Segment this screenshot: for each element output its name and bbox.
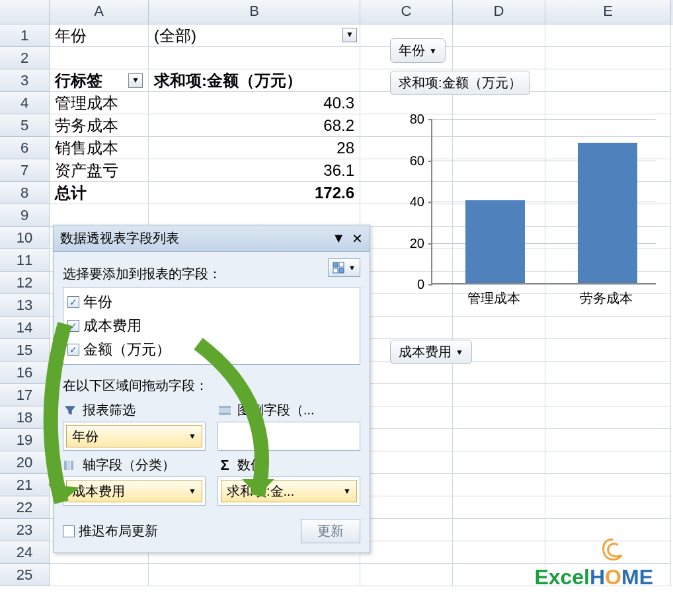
col-header-a[interactable]: A [50,0,149,24]
row-header-15[interactable]: 15 [0,339,50,362]
chart-category-chip[interactable]: 成本费用 ▼ [390,340,472,364]
layout-options-button[interactable]: ▼ [328,258,360,277]
svg-rect-5 [219,409,231,412]
row-header-21[interactable]: 21 [0,474,50,496]
col-header-e[interactable]: E [545,0,671,24]
cell-a2[interactable] [50,47,149,69]
row-header-25[interactable]: 25 [0,564,50,586]
panel-close-icon[interactable]: ✕ [352,231,363,247]
svg-rect-6 [219,412,231,415]
row-header-22[interactable]: 22 [0,496,50,519]
values-drop-zone[interactable]: 求和项:金... ▼ [218,477,360,506]
svg-rect-3 [339,268,344,273]
cell-a3[interactable]: 行标签 ▼ [50,69,149,92]
checkbox-checked-icon[interactable]: ✓ [67,296,79,308]
row-header-20[interactable]: 20 [0,451,50,474]
cell-a6[interactable]: 销售成本 [50,137,149,159]
caret-down-icon: ▼ [343,486,351,496]
bar[interactable] [578,143,637,284]
row-header-18[interactable]: 18 [0,406,50,429]
svg-rect-4 [219,406,231,408]
cell-b6[interactable]: 28 [149,137,360,159]
cell-b4[interactable]: 40.3 [149,92,360,114]
row-header-5[interactable]: 5 [0,114,50,137]
row-header-14[interactable]: 14 [0,317,50,339]
filter-field-pill[interactable]: 年份 ▼ [66,425,202,447]
caret-down-icon: ▼ [188,486,196,496]
chart-value-chip[interactable]: 求和项:金额（万元） [390,71,530,95]
row-header-19[interactable]: 19 [0,429,50,451]
col-header-c[interactable]: C [360,0,453,24]
svg-rect-2 [333,268,338,273]
row-header-8[interactable]: 8 [0,182,50,204]
row-header-17[interactable]: 17 [0,384,50,406]
field-item-year[interactable]: ✓ 年份 [67,290,356,314]
row-header-6[interactable]: 6 [0,137,50,159]
row-header-24[interactable]: 24 [0,541,50,564]
chart-filter-chip-year[interactable]: 年份 ▼ [390,38,446,63]
cell-b1[interactable]: (全部) ▼ [149,24,360,47]
filter-drop-zone[interactable]: 年份 ▼ [63,422,206,451]
bar-label: 劳务成本 [567,289,646,307]
row-header-23[interactable]: 23 [0,519,50,541]
field-list: ✓ 年份 ✓ 成本费用 ✓ 金额（万元） [63,287,360,365]
col-header-b[interactable]: B [149,0,360,24]
cell-a8[interactable]: 总计 [50,182,149,204]
select-fields-label: 选择要添加到报表的字段： [63,265,360,283]
row-header-1[interactable]: 1 [0,24,50,47]
col-header-d[interactable]: D [453,0,545,24]
row-labels-dropdown-icon[interactable]: ▼ [128,73,143,88]
panel-title-bar[interactable]: 数据透视表字段列表 ▼ ✕ [54,225,370,252]
row-header-7[interactable]: 7 [0,159,50,182]
field-item-amount[interactable]: ✓ 金额（万元） [67,338,356,362]
svg-rect-1 [339,262,344,267]
cell-a5[interactable]: 劳务成本 [50,114,149,137]
row-header-2[interactable]: 2 [0,47,50,69]
filter-value: (全部) [154,26,196,44]
row-header-11[interactable]: 11 [0,249,50,272]
cell-b2[interactable] [149,47,360,69]
excelhome-logo: ExcelHOME [534,565,653,590]
row-header-4[interactable]: 4 [0,92,50,114]
row-header-10[interactable]: 10 [0,227,50,249]
field-name: 成本费用 [83,316,141,336]
select-all-corner[interactable] [0,0,50,24]
caret-down-icon: ▼ [455,348,463,357]
field-item-cost[interactable]: ✓ 成本费用 [67,314,356,338]
axis-zone-label: 轴字段（分类） [63,456,206,474]
row-header-16[interactable]: 16 [0,362,50,384]
field-name: 年份 [83,292,112,312]
layout-icon [333,262,346,274]
values-field-pill[interactable]: 求和项:金... ▼ [221,480,357,502]
legend-zone-label: 图例字段（... [218,401,360,419]
legend-drop-zone[interactable] [218,422,360,451]
filter-dropdown-icon[interactable]: ▼ [342,28,357,42]
checkbox-unchecked-icon[interactable] [63,525,75,537]
cell-b3[interactable]: 求和项:金额（万元） [149,69,360,92]
y-axis: 020406080 [390,119,430,284]
row-header-13[interactable]: 13 [0,294,50,317]
row-labels-header: 行标签 [55,71,102,91]
checkbox-checked-icon[interactable]: ✓ [67,344,79,356]
row-header-9[interactable]: 9 [0,204,50,227]
cell-b8[interactable]: 172.6 [149,182,360,204]
checkbox-checked-icon[interactable]: ✓ [67,320,79,332]
panel-menu-icon[interactable]: ▼ [332,231,345,247]
row-header-12[interactable]: 12 [0,272,50,294]
axis-field-pill[interactable]: 成本费用 ▼ [66,480,202,502]
bar[interactable] [465,200,525,283]
plot-region [431,119,656,284]
pivot-chart[interactable]: 年份 ▼ 求和项:金额（万元） 020406080 管理成本劳务成本 成本费用 … [390,34,668,404]
defer-layout-checkbox[interactable]: 推迟布局更新 [63,520,158,542]
y-tick-label: 40 [410,194,424,210]
cell-a1[interactable]: 年份 [50,24,149,47]
cell-a7[interactable]: 资产盘亏 [50,159,149,182]
values-zone-label: Σ 数值 [218,456,360,474]
row-header-3[interactable]: 3 [0,69,50,92]
cell-b7[interactable]: 36.1 [149,159,360,182]
cell-a4[interactable]: 管理成本 [50,92,149,114]
axis-drop-zone[interactable]: 成本费用 ▼ [63,477,206,506]
update-button[interactable]: 更新 [301,519,360,543]
cell-b5[interactable]: 68.2 [149,114,360,137]
pivot-field-list-panel[interactable]: 数据透视表字段列表 ▼ ✕ ▼ 选择要添加到报表的字段： ✓ 年份 ✓ 成本费用… [53,225,370,553]
